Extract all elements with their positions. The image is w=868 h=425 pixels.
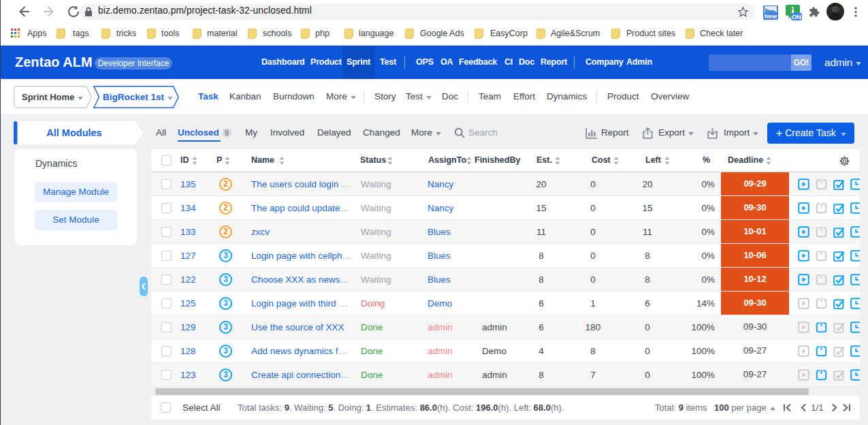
svg-text:ON: ON — [792, 13, 801, 20]
svg-text:New: New — [765, 13, 778, 20]
